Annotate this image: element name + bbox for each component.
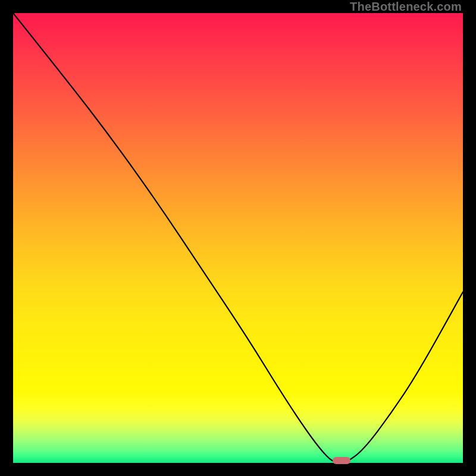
- watermark-text: TheBottleneck.com: [350, 0, 462, 14]
- optimal-marker: [333, 457, 350, 464]
- chart-frame: TheBottleneck.com: [0, 0, 476, 476]
- bottleneck-curve: [13, 13, 463, 463]
- plot-area: [13, 13, 463, 463]
